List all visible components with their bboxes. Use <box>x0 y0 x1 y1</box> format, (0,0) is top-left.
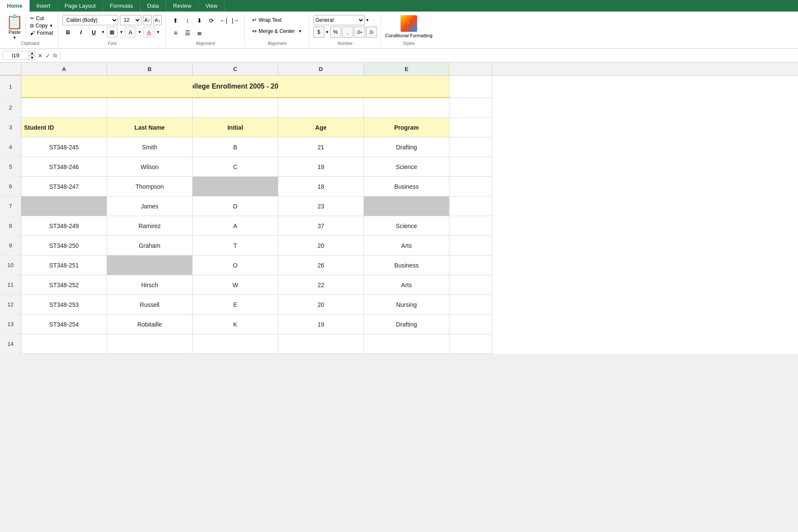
percent-button[interactable]: % <box>330 27 341 38</box>
cell-b10[interactable] <box>107 256 193 275</box>
font-name-select[interactable]: Calibri (Body) <box>63 15 118 25</box>
row-header-5[interactable]: 5 <box>0 157 21 177</box>
col-header-e[interactable]: E <box>364 62 450 75</box>
cell-c8[interactable]: A <box>193 216 278 236</box>
cell-d6[interactable]: 18 <box>278 177 364 196</box>
cell-d13[interactable]: 19 <box>278 315 364 334</box>
cell-d14[interactable] <box>278 334 364 354</box>
cell-extra3[interactable] <box>450 118 492 137</box>
cell-e14[interactable] <box>364 334 450 354</box>
cell-a2[interactable] <box>21 98 107 118</box>
row-header-4[interactable]: 4 <box>0 137 21 157</box>
row-header-3[interactable]: 3 <box>0 118 21 137</box>
row-header-2[interactable]: 2 <box>0 98 21 118</box>
cell-extra14[interactable] <box>450 334 492 354</box>
cell-a12[interactable]: ST348-253 <box>21 295 107 315</box>
border-arrow[interactable]: ▼ <box>119 30 123 34</box>
cell-c5[interactable]: C <box>193 157 278 177</box>
cell-extra7[interactable] <box>450 196 492 216</box>
cell-extra12[interactable] <box>450 295 492 315</box>
tab-view[interactable]: View <box>199 0 225 12</box>
cell-extra4[interactable] <box>450 137 492 157</box>
underline-button[interactable]: U <box>88 27 99 38</box>
number-format-select[interactable]: General <box>313 15 365 25</box>
cell-c9[interactable]: T <box>193 236 278 256</box>
row-header-14[interactable]: 14 <box>0 334 21 354</box>
col-header-extra[interactable] <box>450 62 492 75</box>
cell-b2[interactable] <box>107 98 193 118</box>
comma-button[interactable]: , <box>342 27 353 38</box>
align-right-button[interactable]: ≣ <box>194 27 205 39</box>
tab-review[interactable]: Review <box>166 0 199 12</box>
tab-data[interactable]: Data <box>140 0 166 12</box>
cell-extra2[interactable] <box>450 98 492 118</box>
cell-a7[interactable] <box>21 196 107 216</box>
copy-button[interactable]: ⧉ Copy ▼ <box>29 22 54 29</box>
row-header-1[interactable]: 1 <box>0 76 21 98</box>
cell-c11[interactable]: W <box>193 275 278 295</box>
row-header-7[interactable]: 7 <box>0 196 21 216</box>
col-header-a[interactable]: A <box>21 62 107 75</box>
tab-formulas[interactable]: Formulas <box>103 0 140 12</box>
indent-decrease-button[interactable]: ←| <box>218 15 229 26</box>
row-header-6[interactable]: 6 <box>0 177 21 196</box>
cell-b8[interactable]: Ramirez <box>107 216 193 236</box>
cell-b12[interactable]: Russell <box>107 295 193 315</box>
border-button[interactable]: ▦ <box>107 27 118 38</box>
cell-extra6[interactable] <box>450 177 492 196</box>
cell-e12[interactable]: Nursing <box>364 295 450 315</box>
cell-extra10[interactable] <box>450 256 492 275</box>
align-middle-button[interactable]: ↕ <box>182 15 193 26</box>
tab-insert[interactable]: Insert <box>30 0 58 12</box>
row-header-13[interactable]: 13 <box>0 315 21 334</box>
cell-reference-input[interactable] <box>3 51 28 60</box>
cell-d10[interactable]: 26 <box>278 256 364 275</box>
cut-button[interactable]: ✂ Cut <box>29 15 54 22</box>
cell-d4[interactable]: 21 <box>278 137 364 157</box>
corner-cell[interactable] <box>0 62 21 75</box>
cell-e2[interactable] <box>364 98 450 118</box>
cell-e5[interactable]: Science <box>364 157 450 177</box>
cell-a14[interactable] <box>21 334 107 354</box>
cell-c2[interactable] <box>193 98 278 118</box>
cell-extra9[interactable] <box>450 236 492 256</box>
cell-d9[interactable]: 20 <box>278 236 364 256</box>
cell-ref-down-arrow[interactable]: ▼ <box>29 56 35 60</box>
cell-extra11[interactable] <box>450 275 492 295</box>
currency-arrow[interactable]: ▼ <box>325 30 329 34</box>
cell-a4[interactable]: ST348-245 <box>21 137 107 157</box>
row-header-11[interactable]: 11 <box>0 275 21 295</box>
row-header-9[interactable]: 9 <box>0 236 21 256</box>
orientation-button[interactable]: ⟳ <box>206 15 217 26</box>
merge-arrow[interactable]: ▼ <box>298 29 302 33</box>
cell-a10[interactable]: ST348-251 <box>21 256 107 275</box>
paste-button[interactable]: 📋 Paste ▼ <box>6 15 26 40</box>
col-header-c[interactable]: C <box>193 62 278 75</box>
tab-home[interactable]: Home <box>0 0 30 12</box>
cancel-formula-button[interactable]: ✕ <box>38 52 43 59</box>
cell-b6[interactable]: Thompson <box>107 177 193 196</box>
cell-d7[interactable]: 23 <box>278 196 364 216</box>
cell-extra13[interactable] <box>450 315 492 334</box>
cell-b9[interactable]: Graham <box>107 236 193 256</box>
cell-e9[interactable]: Arts <box>364 236 450 256</box>
cell-extra5[interactable] <box>450 157 492 177</box>
cell-c1[interactable]: College Enrollment 2005 - 2006 <box>193 76 278 98</box>
align-center-button[interactable]: ☰ <box>182 27 193 39</box>
cell-e4[interactable]: Drafting <box>364 137 450 157</box>
decrease-font-size-button[interactable]: A↓ <box>153 15 162 25</box>
bold-button[interactable]: B <box>63 27 74 38</box>
currency-button[interactable]: $ <box>313 27 325 38</box>
cell-b7[interactable]: James <box>107 196 193 216</box>
row-header-12[interactable]: 12 <box>0 295 21 315</box>
cell-b4[interactable]: Smith <box>107 137 193 157</box>
italic-button[interactable]: I <box>75 27 86 38</box>
cell-e6[interactable]: Business <box>364 177 450 196</box>
cell-extra1[interactable] <box>450 76 492 98</box>
cell-c12[interactable]: E <box>193 295 278 315</box>
cell-c13[interactable]: K <box>193 315 278 334</box>
indent-increase-button[interactable]: |→ <box>230 15 241 26</box>
cell-b1[interactable] <box>107 76 193 98</box>
cell-ref-up-arrow[interactable]: ▲ <box>29 51 35 56</box>
cell-b5[interactable]: Wilson <box>107 157 193 177</box>
